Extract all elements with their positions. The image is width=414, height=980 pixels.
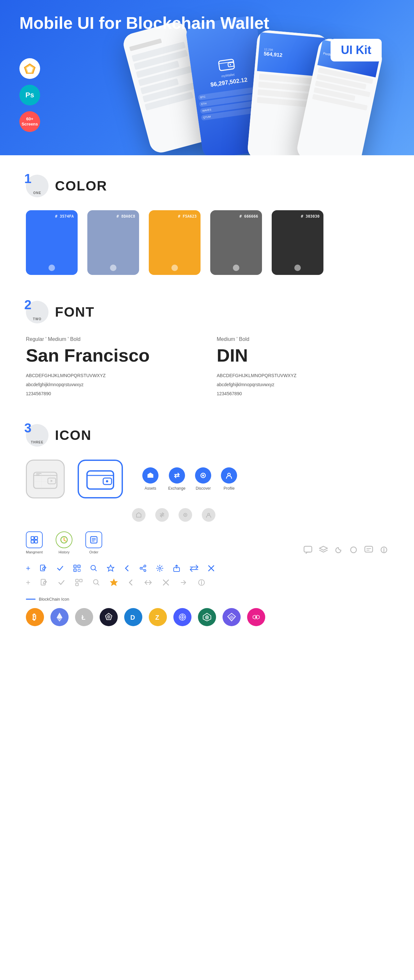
svg-rect-66 [76, 583, 78, 586]
nav-assets: Assets [142, 467, 158, 491]
management-icon-item: Mangment [26, 531, 43, 554]
close-icon [208, 565, 215, 572]
polygon-logo [247, 608, 265, 626]
svg-rect-29 [31, 536, 34, 539]
monero-logo [174, 608, 191, 626]
check-icon [56, 565, 64, 572]
blockchain-text: BlockChain Icon [39, 597, 69, 601]
blockchain-line [26, 599, 36, 600]
font-grid: Regular ' Medium ' Bold San Francisco AB… [26, 336, 388, 398]
svg-text:Z: Z [155, 614, 159, 621]
svg-rect-3 [218, 59, 234, 70]
chat-icon-gray [303, 546, 312, 554]
svg-point-56 [144, 565, 146, 567]
moon-icon-gray [334, 546, 343, 554]
svg-text:D: D [131, 614, 135, 621]
color-swatch-lavender: # 8DA0C8 [88, 210, 139, 275]
order-icon-item: Order [85, 531, 102, 554]
nav-exchange: Exchange [168, 467, 185, 491]
svg-text:Ł: Ł [81, 614, 85, 621]
svg-line-59 [142, 566, 144, 568]
discover-icon [195, 467, 211, 484]
color-section: 1 ONE COLOR # 3574FA # 8DA0C8 # F5A623 #… [26, 175, 388, 275]
icon-nav-group: Assets Exchange [142, 467, 237, 491]
x-icon-gray [162, 579, 169, 586]
management-icon [26, 531, 43, 548]
svg-line-60 [142, 569, 144, 570]
nav-profile: Profile [221, 467, 237, 491]
dash-logo: D [124, 608, 142, 626]
color-swatch-blue: # 3574FA [26, 210, 78, 275]
svg-marker-68 [111, 579, 117, 585]
plus-icon-gray: + [26, 578, 30, 587]
color-swatch-orange: # F5A623 [149, 210, 201, 275]
svg-rect-52 [75, 570, 75, 571]
sketch-badge [19, 58, 40, 79]
svg-rect-51 [79, 566, 79, 566]
qr-icon-gray [75, 579, 83, 586]
order-icon [85, 531, 102, 548]
nav-discover: Discover [195, 467, 211, 491]
icon-main-row: Assets Exchange [26, 460, 388, 498]
assets-icon-gray [132, 508, 145, 522]
svg-point-23 [202, 474, 204, 476]
icon-section: 3 THREE ICON [26, 424, 388, 626]
color-swatches: # 3574FA # 8DA0C8 # F5A623 # 666666 # 30… [26, 210, 388, 275]
history-icon [56, 531, 72, 548]
export-icon [173, 565, 180, 572]
section-number-2: 2 TWO [26, 301, 49, 323]
svg-rect-53 [78, 569, 80, 571]
blockchain-label: BlockChain Icon [26, 597, 388, 601]
font-sf: Regular ' Medium ' Bold San Francisco AB… [26, 336, 197, 398]
svg-point-5 [230, 64, 231, 65]
doc-edit-icon [40, 565, 47, 572]
svg-marker-73 [57, 612, 62, 619]
svg-rect-38 [304, 546, 312, 552]
svg-rect-17 [87, 471, 113, 489]
search-icon-gray [92, 579, 100, 586]
svg-point-20 [106, 480, 108, 482]
icon-section-header: 3 THREE ICON [26, 424, 388, 447]
color-section-header: 1 ONE COLOR [26, 175, 388, 197]
swap-icon [189, 565, 199, 572]
share-icon [139, 565, 147, 572]
discover-icon-gray [178, 508, 192, 522]
svg-marker-25 [137, 513, 141, 517]
litecoin-logo: Ł [75, 608, 93, 626]
svg-rect-50 [75, 566, 75, 566]
svg-rect-63 [41, 579, 45, 585]
svg-rect-46 [40, 565, 45, 571]
plus-icon: + [26, 564, 30, 573]
zcash-logo: Z [149, 608, 167, 626]
svg-point-39 [350, 547, 357, 553]
settings-icon [156, 565, 164, 572]
svg-point-45 [384, 548, 385, 549]
check-icon-gray [57, 579, 65, 586]
svg-text:₿: ₿ [32, 612, 36, 621]
stratis-logo [100, 608, 118, 626]
crypto-logos: ₿ Ł [26, 608, 388, 626]
font-title: FONT [55, 304, 94, 320]
icon-tab-row: Mangment History [26, 531, 388, 554]
search-icon [90, 565, 98, 572]
wallet-icon-blue [78, 460, 123, 498]
hero-section: Mobile UI for Blockchain Wallet UI Kit P… [0, 0, 414, 155]
svg-marker-55 [107, 565, 114, 571]
chevron-left-icon [124, 565, 130, 572]
photoshop-badge: Ps [19, 85, 40, 105]
font-din: Medium ' Bold DIN ABCDEFGHIJKLMNOPQRSTUV… [217, 336, 388, 398]
chevron-left-icon-gray [127, 579, 134, 586]
layers-icon-gray [319, 546, 328, 554]
svg-marker-77 [107, 614, 111, 619]
nem-logo [198, 608, 216, 626]
main-content: 1 ONE COLOR # 3574FA # 8DA0C8 # F5A623 #… [0, 155, 414, 671]
bitcoin-logo: ₿ [26, 608, 44, 626]
svg-rect-30 [35, 536, 38, 539]
svg-rect-64 [76, 579, 78, 582]
section-number-3: 3 THREE [26, 424, 49, 447]
svg-point-10 [51, 480, 53, 482]
message-icon-gray [364, 546, 373, 554]
star-icon-gold [110, 579, 118, 586]
svg-point-61 [159, 567, 161, 569]
arrows-lr-icon-gray [143, 579, 153, 586]
